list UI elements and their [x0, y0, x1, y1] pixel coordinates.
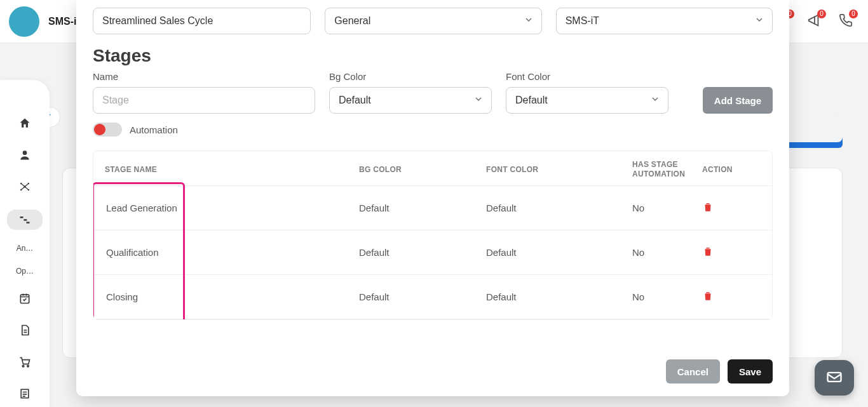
modal-footer: Cancel Save	[93, 348, 773, 384]
bgcolor-col: Bg Color Default	[329, 71, 492, 114]
owner-select[interactable]: SMS-iT	[556, 8, 773, 34]
top-left: SMS-i	[9, 6, 76, 37]
rail-user-icon[interactable]	[12, 146, 37, 164]
phone-icon[interactable]: 0	[839, 13, 853, 30]
th-has-auto: HAS STAGE AUTOMATION	[632, 160, 702, 179]
stage-name-placeholder: Stage	[102, 95, 129, 106]
svg-point-12	[27, 365, 29, 367]
owner-value: SMS-iT	[566, 15, 599, 27]
svg-rect-8	[24, 219, 27, 221]
stages-table: STAGE NAME BG COLOR FONT COLOR HAS STAGE…	[93, 150, 773, 320]
row-bg: Default	[359, 247, 486, 258]
megaphone-badge: 0	[817, 10, 826, 18]
stages-title: Stages	[93, 46, 773, 66]
megaphone-icon[interactable]: 0	[807, 13, 821, 30]
table-row: Closing Default Default No	[93, 275, 772, 319]
table-row: Qualification Default Default No	[93, 230, 772, 275]
svg-rect-14	[828, 373, 841, 382]
bgcolor-select[interactable]: Default	[329, 87, 492, 114]
left-rail: An… Op…	[0, 80, 50, 407]
rail-text-analytics[interactable]: An…	[17, 244, 34, 253]
svg-point-11	[22, 365, 24, 367]
row-font: Default	[486, 247, 632, 258]
chevron-down-icon	[650, 94, 660, 107]
row-font: Default	[486, 203, 632, 213]
row-auto: No	[632, 291, 702, 302]
stage-name-input[interactable]: Stage	[93, 87, 315, 114]
th-bg-color: BG COLOR	[359, 165, 486, 174]
chevron-down-icon	[473, 94, 484, 107]
rail-calendar-icon[interactable]	[12, 290, 37, 307]
pipeline-modal: Streamlined Sales Cycle General SMS-iT S…	[76, 0, 789, 396]
svg-rect-9	[27, 222, 30, 224]
save-button[interactable]: Save	[728, 359, 773, 384]
modal-top-row: Streamlined Sales Cycle General SMS-iT	[93, 0, 773, 34]
stage-form: Name Stage Bg Color Default Font Color D…	[93, 71, 773, 114]
category-select[interactable]: General	[325, 8, 541, 34]
rail-home-icon[interactable]	[12, 114, 37, 132]
chevron-down-icon	[524, 15, 534, 27]
category-value: General	[334, 15, 370, 27]
automation-row: Automation	[93, 123, 773, 137]
bgcolor-label: Bg Color	[329, 71, 492, 82]
fontcolor-select[interactable]: Default	[506, 87, 668, 114]
delete-row-button[interactable]	[702, 290, 766, 304]
row-name: Qualification	[105, 247, 359, 258]
row-name: Lead Generation	[105, 203, 359, 213]
avatar[interactable]	[9, 6, 39, 37]
bgcolor-value: Default	[339, 95, 371, 106]
th-font-color: FONT COLOR	[486, 165, 632, 174]
fontcolor-label: Font Color	[506, 71, 668, 82]
row-name: Closing	[105, 291, 359, 302]
delete-row-button[interactable]	[702, 246, 766, 259]
svg-rect-10	[20, 295, 29, 303]
row-font: Default	[486, 291, 632, 302]
rail-cart-icon[interactable]	[12, 353, 37, 371]
row-bg: Default	[359, 203, 486, 213]
rail-document-icon[interactable]	[12, 321, 37, 339]
table-row: Lead Generation Default Default No	[93, 186, 772, 230]
name-label: Name	[93, 71, 315, 82]
fontcolor-col: Font Color Default	[506, 71, 668, 114]
th-stage-name: STAGE NAME	[105, 165, 359, 174]
name-col: Name Stage	[93, 71, 315, 114]
rail-pipeline-icon[interactable]	[7, 210, 43, 230]
rail-network-icon[interactable]	[12, 178, 37, 196]
pipeline-name-input[interactable]: Streamlined Sales Cycle	[93, 8, 311, 34]
add-stage-button[interactable]: Add Stage	[703, 87, 773, 114]
chevron-down-icon	[754, 15, 764, 27]
automation-label: Automation	[130, 124, 178, 135]
pipeline-name-value: Streamlined Sales Cycle	[102, 15, 213, 27]
rail-text-operations[interactable]: Op…	[16, 267, 34, 276]
rail-report-icon[interactable]	[12, 385, 37, 403]
table-header: STAGE NAME BG COLOR FONT COLOR HAS STAGE…	[93, 151, 772, 186]
automation-toggle[interactable]	[93, 123, 122, 137]
svg-rect-7	[20, 217, 24, 218]
row-auto: No	[632, 203, 702, 213]
cancel-button[interactable]: Cancel	[666, 359, 720, 384]
delete-row-button[interactable]	[702, 201, 766, 215]
row-bg: Default	[359, 291, 486, 302]
th-action: ACTION	[702, 165, 766, 174]
svg-point-1	[23, 150, 27, 155]
fontcolor-value: Default	[515, 95, 548, 106]
phone-badge: 0	[849, 10, 858, 18]
brand-label: SMS-i	[48, 16, 76, 27]
chat-fab[interactable]	[815, 360, 854, 396]
row-auto: No	[632, 247, 702, 258]
